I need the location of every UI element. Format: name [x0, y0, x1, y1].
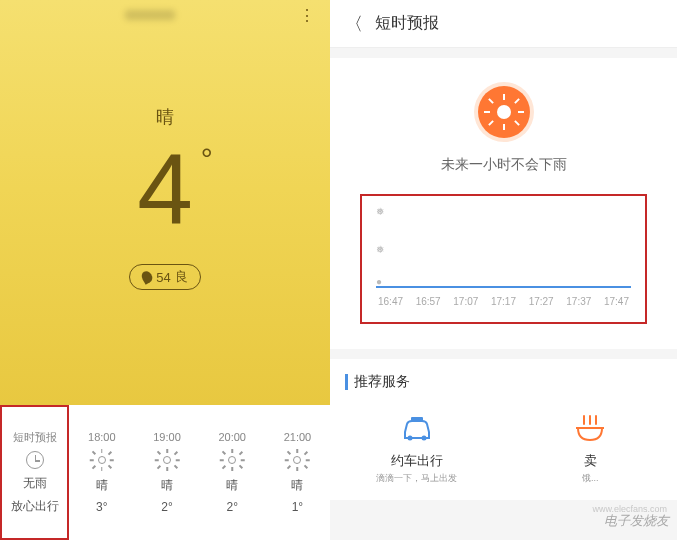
- rain-light-icon: ●: [376, 276, 382, 287]
- status-bar: ⋮: [0, 0, 330, 30]
- section-header: 推荐服务: [330, 359, 677, 405]
- service-name: 卖: [504, 452, 678, 470]
- aqi-level: 良: [175, 268, 188, 286]
- hourly-item[interactable]: 19:00 晴 2°: [134, 405, 199, 540]
- x-tick: 17:17: [491, 296, 516, 307]
- short-forecast-button[interactable]: 短时预报 无雨 放心出行: [0, 405, 69, 540]
- rain-medium-icon: ❅: [376, 244, 384, 255]
- x-tick: 17:07: [453, 296, 478, 307]
- sun-icon: [156, 449, 178, 471]
- rain-heavy-icon: ❅: [376, 206, 384, 217]
- service-desc: 饿...: [504, 472, 678, 485]
- short-forecast-line1: 无雨: [23, 475, 47, 492]
- x-tick: 17:27: [529, 296, 554, 307]
- x-tick: 16:57: [416, 296, 441, 307]
- hourly-temp: 1°: [292, 500, 303, 514]
- forecast-card: 未来一小时不会下雨 ❅ ❅ ● 16:47 16:57 17:07 17:17 …: [330, 58, 677, 349]
- short-forecast-title: 短时预报: [13, 430, 57, 445]
- hourly-temp: 3°: [96, 500, 107, 514]
- header-title: 短时预报: [375, 13, 439, 34]
- hourly-cond: 晴: [161, 477, 173, 494]
- sun-icon: [221, 449, 243, 471]
- hourly-time: 18:00: [88, 431, 116, 443]
- weather-main-panel: ⋮ 晴 4° 54 良 短时预报 无雨 放心出行 18:00 晴 3° 19:0…: [0, 0, 330, 540]
- back-icon[interactable]: 〈: [345, 12, 363, 36]
- hourly-time: 20:00: [218, 431, 246, 443]
- svg-rect-2: [411, 417, 423, 421]
- degree-symbol: °: [201, 144, 213, 174]
- x-tick: 17:47: [604, 296, 629, 307]
- svg-point-1: [421, 436, 426, 441]
- x-tick: 17:37: [566, 296, 591, 307]
- sun-icon: [286, 449, 308, 471]
- short-forecast-line2: 放心出行: [11, 498, 59, 515]
- pot-icon: [504, 410, 678, 446]
- watermark: 电子发烧友: [604, 512, 669, 530]
- sun-big-icon: [478, 86, 530, 138]
- hourly-temp: 2°: [161, 500, 172, 514]
- current-temperature: 4°: [137, 139, 193, 239]
- service-ride[interactable]: 约车出行 滴滴一下，马上出发: [330, 410, 504, 485]
- service-desc: 滴滴一下，马上出发: [330, 472, 504, 485]
- menu-icon[interactable]: ⋮: [299, 6, 315, 25]
- clock-icon: [26, 451, 44, 469]
- hourly-cond: 晴: [96, 477, 108, 494]
- hourly-item[interactable]: 18:00 晴 3°: [69, 405, 134, 540]
- leaf-icon: [140, 269, 155, 284]
- hourly-cond: 晴: [291, 477, 303, 494]
- weather-summary: 晴 4° 54 良: [0, 30, 330, 290]
- hourly-cond: 晴: [226, 477, 238, 494]
- services-card: 推荐服务 约车出行 滴滴一下，马上出发 卖 饿...: [330, 359, 677, 500]
- hourly-forecast-bar[interactable]: 短时预报 无雨 放心出行 18:00 晴 3° 19:00 晴 2° 20:00…: [0, 405, 330, 540]
- hourly-time: 21:00: [284, 431, 312, 443]
- aqi-badge[interactable]: 54 良: [129, 264, 200, 290]
- hourly-item[interactable]: 21:00 晴 1°: [265, 405, 330, 540]
- status-blur: [125, 10, 175, 20]
- weather-condition: 晴: [0, 105, 330, 129]
- section-title: 推荐服务: [354, 373, 410, 391]
- x-tick: 16:47: [378, 296, 403, 307]
- service-name: 约车出行: [330, 452, 504, 470]
- temp-value: 4: [137, 133, 193, 245]
- hourly-temp: 2°: [226, 500, 237, 514]
- forecast-text: 未来一小时不会下雨: [350, 156, 657, 174]
- short-forecast-panel: 〈 短时预报 未来一小时不会下雨 ❅ ❅ ● 16:47 16:57 17:07…: [330, 0, 677, 540]
- accent-bar: [345, 374, 348, 390]
- svg-point-0: [407, 436, 412, 441]
- precipitation-chart: ❅ ❅ ● 16:47 16:57 17:07 17:17 17:27 17:3…: [360, 194, 647, 324]
- chart-x-labels: 16:47 16:57 17:07 17:17 17:27 17:37 17:4…: [376, 296, 631, 307]
- car-icon: [330, 410, 504, 446]
- sun-icon: [91, 449, 113, 471]
- aqi-value: 54: [156, 270, 170, 285]
- chart-area: ❅ ❅ ●: [376, 206, 631, 288]
- services-row: 约车出行 滴滴一下，马上出发 卖 饿...: [330, 405, 677, 500]
- service-food[interactable]: 卖 饿...: [504, 410, 678, 485]
- right-header: 〈 短时预报: [330, 0, 677, 48]
- hourly-time: 19:00: [153, 431, 181, 443]
- hourly-item[interactable]: 20:00 晴 2°: [200, 405, 265, 540]
